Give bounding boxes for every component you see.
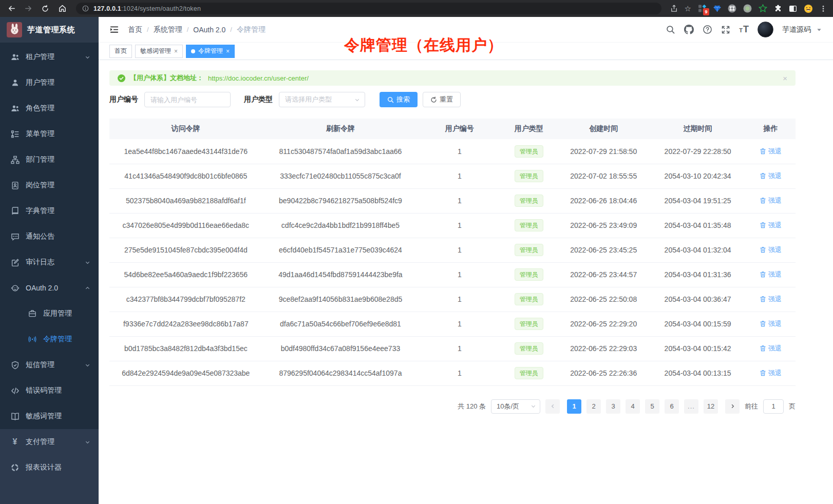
force-logout-button[interactable]: 强退	[760, 270, 782, 279]
access-token-cell: 502375b8040a469a9b82188afdf6af1f	[109, 188, 262, 213]
green-star-icon[interactable]	[759, 4, 767, 13]
back-icon[interactable]	[6, 4, 16, 13]
refresh-token-cell: 8796295f04064c2983414cc54af1097a	[262, 361, 419, 385]
sidebar-item[interactable]: 敏感词管理	[0, 403, 99, 429]
page-info-icon[interactable]	[82, 5, 89, 12]
bookmark-star-icon[interactable]: ☆	[685, 4, 691, 13]
extensions-grid-icon[interactable]: 9	[698, 4, 707, 13]
breadcrumb-item[interactable]: OAuth 2.0	[193, 26, 225, 34]
close-icon[interactable]: ×	[226, 48, 230, 54]
page-button[interactable]: 3	[606, 399, 620, 414]
sidebar-item[interactable]: 部门管理	[0, 147, 99, 172]
sidebar-item[interactable]: 用户管理	[0, 70, 99, 95]
sidebar-item[interactable]: ¥支付管理	[0, 429, 99, 455]
trash-icon	[760, 320, 766, 327]
sidebar-item[interactable]: 应用管理	[0, 301, 99, 326]
reset-button[interactable]: 重置	[423, 92, 461, 107]
table-row: 502375b8040a469a9b82188afdf6af1fbe90422b…	[109, 188, 796, 213]
force-logout-button[interactable]: 强退	[760, 171, 782, 181]
fullscreen-icon[interactable]	[721, 25, 730, 34]
close-icon[interactable]: ×	[783, 74, 787, 82]
share-icon[interactable]	[670, 5, 678, 12]
green-dot-circle-icon[interactable]	[743, 4, 752, 13]
sidebar-item-label: 支付管理	[26, 437, 85, 447]
sidebar-item[interactable]: 审计日志	[0, 249, 99, 275]
avatar[interactable]	[758, 22, 773, 37]
sidebar-item[interactable]: OAuth 2.0	[0, 275, 99, 301]
more-pages-button[interactable]: ...	[684, 399, 698, 414]
app-logo[interactable]: 芋道管理系统	[0, 17, 99, 43]
tab-首页[interactable]: 首页	[109, 45, 132, 58]
page-button[interactable]: 12	[704, 399, 718, 414]
sidebar-item[interactable]: 岗位管理	[0, 172, 99, 198]
sidebar-item[interactable]: 令牌管理	[0, 326, 99, 352]
gem-icon[interactable]	[713, 5, 721, 12]
username[interactable]: 芋道源码	[782, 25, 811, 34]
user-type-select[interactable]: 请选择用户类型	[279, 92, 365, 107]
command-circle-icon[interactable]	[728, 4, 736, 13]
kebab-menu-icon[interactable]	[820, 5, 827, 12]
user-icon	[10, 79, 20, 87]
sidebar-item[interactable]: 错误码管理	[0, 378, 99, 403]
doc-link[interactable]: https://doc.iocoder.cn/user-center/	[208, 74, 309, 82]
tab-令牌管理[interactable]: 令牌管理×	[186, 45, 235, 58]
next-page-button[interactable]	[725, 399, 740, 414]
close-icon[interactable]: ×	[174, 48, 178, 54]
help-icon[interactable]	[703, 25, 712, 34]
sidebar-item[interactable]: 租户管理	[0, 44, 99, 70]
home-icon[interactable]	[57, 4, 67, 13]
action-cell: 强退	[746, 361, 796, 385]
expire-time-cell: 2054-03-04 19:51:25	[650, 188, 746, 213]
user-id-input[interactable]	[144, 92, 231, 107]
force-logout-button[interactable]: 强退	[760, 196, 782, 205]
search-button[interactable]: 搜索	[380, 92, 418, 107]
prev-page-button[interactable]	[545, 399, 560, 414]
force-logout-button[interactable]: 强退	[760, 221, 782, 230]
sidebar-item[interactable]: 报表设计器	[0, 455, 99, 480]
force-logout-button[interactable]: 强退	[760, 369, 782, 378]
page-button[interactable]: 6	[665, 399, 679, 414]
trash-icon	[760, 296, 766, 302]
emoji-face-icon[interactable]	[804, 4, 813, 13]
force-logout-button[interactable]: 强退	[760, 319, 782, 328]
page-button[interactable]: 4	[626, 399, 640, 414]
page-button[interactable]: 1	[567, 399, 581, 414]
access-token-cell: 1ea5e44f8bc1467aaede43144f31de76	[109, 139, 262, 164]
refresh-token-cell: be90422b8c7946218275a508bf524fc9	[262, 188, 419, 213]
puzzle-icon[interactable]	[774, 5, 782, 13]
force-logout-button[interactable]: 强退	[760, 245, 782, 255]
user-type-label: 用户类型	[244, 95, 273, 104]
browser-toolbar: 127.0.0.1:1024/system/oauth2/token ☆ 9	[0, 0, 833, 17]
sidebar-item[interactable]: 通知公告	[0, 224, 99, 249]
action-cell: 强退	[746, 336, 796, 361]
tab-敏感词管理[interactable]: 敏感词管理×	[135, 45, 183, 58]
breadcrumb-item[interactable]: 首页	[128, 25, 142, 34]
alert-text: 【用户体系】文档地址：	[130, 73, 203, 83]
chevron-down-icon[interactable]	[817, 27, 822, 32]
sidebar-item[interactable]: 角色管理	[0, 95, 99, 121]
column-header: 用户类型	[500, 119, 557, 139]
goto-label: 前往	[745, 402, 758, 411]
font-size-icon[interactable]: TT	[739, 24, 749, 35]
user-type-cell: 管理员	[500, 361, 557, 385]
github-icon[interactable]	[684, 25, 694, 34]
reload-icon[interactable]	[40, 5, 50, 13]
force-logout-button[interactable]: 强退	[760, 295, 782, 304]
side-panel-icon[interactable]	[789, 5, 797, 13]
refresh-token-cell: 9ce8ef2aa9f14056b831ae9b608e28d5	[262, 287, 419, 312]
page-size-select[interactable]: 10条/页	[491, 399, 540, 414]
forward-icon[interactable]	[23, 4, 33, 13]
force-logout-button[interactable]: 强退	[760, 344, 782, 353]
sidebar-item[interactable]: 菜单管理	[0, 121, 99, 147]
collapse-sidebar-icon[interactable]	[109, 25, 119, 34]
trash-icon	[760, 222, 766, 228]
breadcrumb-item[interactable]: 系统管理	[154, 25, 182, 34]
page-button[interactable]: 2	[586, 399, 601, 414]
address-bar[interactable]: 127.0.0.1:1024/system/oauth2/token	[76, 3, 661, 14]
force-logout-button[interactable]: 强退	[760, 147, 782, 156]
sidebar-item[interactable]: 短信管理	[0, 352, 99, 378]
sidebar-item[interactable]: 字典管理	[0, 198, 99, 224]
search-icon[interactable]	[666, 25, 675, 34]
goto-page-input[interactable]	[763, 399, 784, 414]
page-button[interactable]: 5	[645, 399, 659, 414]
